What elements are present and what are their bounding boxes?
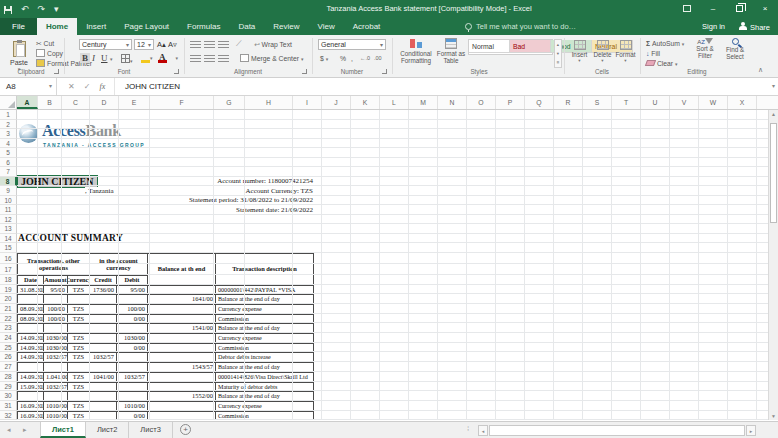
tab-split-handle[interactable]: ⁞ — [467, 424, 469, 433]
align-bottom-button[interactable] — [218, 41, 229, 50]
number-dialog-launcher[interactable] — [382, 69, 387, 74]
row-header-21[interactable]: 21 — [0, 304, 17, 314]
row-header-20[interactable]: 20 — [0, 294, 17, 304]
ribbon-display-options-icon[interactable] — [674, 0, 700, 18]
orientation-button[interactable]: ⟋ — [236, 39, 242, 49]
save-icon[interactable] — [4, 0, 12, 18]
row-header-26[interactable]: 26 — [0, 352, 17, 362]
tell-me-box[interactable]: Tell me what you want to do… — [465, 18, 576, 35]
formula-input[interactable]: JOHN CITIZEN — [116, 78, 764, 95]
number-format-combo[interactable]: General▾ — [318, 39, 386, 50]
merge-center-button[interactable]: Merge & Center ▾ — [240, 54, 303, 64]
sort-filter-button[interactable]: AZ Sort & Filter — [692, 38, 718, 59]
ribbon-tab-acrobat[interactable]: Acrobat — [344, 18, 390, 35]
autosum-button[interactable]: Σ AutoSum ▾ — [646, 39, 684, 49]
table-header-cell[interactable]: Balance at th end — [147, 253, 216, 286]
horizontal-scrollbar[interactable] — [489, 425, 745, 436]
row-header-15[interactable]: 15 — [0, 243, 17, 253]
underline-dropdown-icon[interactable]: ▾ — [110, 56, 113, 62]
column-header-G[interactable]: G — [214, 96, 245, 109]
row-header-29[interactable]: 29 — [0, 382, 17, 392]
conditional-formatting-button[interactable]: Conditional Formatting — [397, 38, 435, 64]
column-header-X[interactable]: X — [728, 96, 757, 109]
undo-icon[interactable]: ↶ — [21, 0, 29, 18]
row-header-14[interactable]: 14 — [0, 234, 17, 244]
column-header-K[interactable]: K — [351, 96, 380, 109]
italic-button[interactable]: I — [92, 53, 95, 63]
row-header-30[interactable]: 30 — [0, 391, 17, 401]
row-header-2[interactable]: 2 — [0, 120, 17, 130]
ribbon-tab-page-layout[interactable]: Page Layout — [115, 18, 178, 35]
scroll-up-icon[interactable]: ▲ — [769, 111, 778, 117]
row-header-13[interactable]: 13 — [0, 224, 17, 234]
row-header-19[interactable]: 19 — [0, 285, 17, 295]
column-header-Q[interactable]: Q — [525, 96, 554, 109]
sheet-nav-right-icon[interactable]: ▸ — [23, 422, 27, 438]
fill-color-button[interactable]: ▾ — [141, 54, 153, 63]
column-header-J[interactable]: J — [322, 96, 351, 109]
row-header-10[interactable]: 10 — [0, 196, 17, 206]
font-dialog-launcher[interactable] — [174, 69, 179, 74]
row-header-16[interactable]: 16 — [0, 253, 17, 264]
ribbon-tab-home[interactable]: Home — [37, 18, 77, 35]
cut-button[interactable]: ✂ Cut — [36, 39, 54, 49]
row-header-12[interactable]: 12 — [0, 215, 17, 225]
cell-style-normal[interactable]: Normal — [469, 40, 510, 53]
column-header-O[interactable]: O — [467, 96, 496, 109]
restore-icon[interactable] — [726, 0, 752, 18]
row-header-6[interactable]: 6 — [0, 158, 17, 168]
alignment-dialog-launcher[interactable] — [302, 69, 307, 74]
insert-cells-button[interactable]: Insert ▾ — [569, 40, 590, 63]
column-header-I[interactable]: I — [293, 96, 322, 109]
table-header-cell[interactable]: Transaction description — [215, 253, 314, 286]
comma-style-button[interactable]: , — [351, 54, 353, 64]
column-header-N[interactable]: N — [438, 96, 467, 109]
share-button[interactable]: Share — [739, 22, 770, 32]
accounting-format-button[interactable]: $ ▾ — [320, 54, 328, 64]
sheet-nav-left-icon[interactable]: ◂ — [7, 422, 11, 438]
column-header-R[interactable]: R — [554, 96, 583, 109]
row-header-22[interactable]: 22 — [0, 314, 17, 324]
sheet-tab-Лист1[interactable]: Лист1 — [40, 422, 86, 438]
column-header-V[interactable]: V — [670, 96, 699, 109]
underline-button[interactable]: U — [101, 53, 108, 63]
hscroll-right-icon[interactable]: ▸ — [746, 425, 756, 436]
vertical-scroll-thumb[interactable] — [770, 123, 777, 223]
clipboard-dialog-launcher[interactable] — [54, 69, 59, 74]
column-header-M[interactable]: M — [409, 96, 438, 109]
select-all-corner[interactable] — [0, 96, 17, 109]
ribbon-tab-insert[interactable]: Insert — [77, 18, 115, 35]
row-header-27[interactable]: 27 — [0, 362, 17, 372]
vertical-scrollbar[interactable]: ▲ ▼ — [768, 110, 778, 420]
row-header-4[interactable]: 4 — [0, 139, 17, 149]
column-header-H[interactable]: H — [245, 96, 293, 109]
align-middle-button[interactable] — [204, 41, 215, 50]
cancel-icon[interactable]: ✕ — [68, 82, 75, 91]
sheet-tab-Лист2[interactable]: Лист2 — [86, 422, 129, 438]
align-right-button[interactable] — [218, 55, 229, 64]
column-header-F[interactable]: F — [150, 96, 214, 109]
row-header-23[interactable]: 23 — [0, 323, 17, 333]
bold-button[interactable]: B — [80, 53, 90, 63]
column-header-B[interactable]: B — [38, 96, 62, 109]
column-header-W[interactable]: W — [699, 96, 728, 109]
font-size-combo[interactable]: 12▾ — [134, 39, 154, 50]
align-left-button[interactable] — [190, 55, 201, 64]
styles-gallery-scroll[interactable]: ▴▾≡ — [554, 39, 562, 68]
collapse-ribbon-icon[interactable]: ∧ — [758, 66, 763, 74]
shrink-font-button[interactable]: A▿ — [168, 40, 177, 49]
wrap-text-button[interactable]: ↩ Wrap Text — [254, 40, 292, 50]
row-header-25[interactable]: 25 — [0, 343, 17, 353]
column-header-D[interactable]: D — [90, 96, 119, 109]
row-header-32[interactable]: 32 — [0, 411, 17, 420]
minimize-icon[interactable]: – — [700, 0, 726, 18]
sheet-tab-Лист3[interactable]: Лист3 — [129, 422, 172, 438]
enter-icon[interactable]: ✓ — [84, 82, 91, 91]
column-header-A[interactable]: A — [17, 96, 38, 109]
delete-cells-button[interactable]: Delete ▾ — [592, 40, 613, 63]
row-header-7[interactable]: 7 — [0, 167, 17, 177]
column-header-S[interactable]: S — [583, 96, 612, 109]
column-header-U[interactable]: U — [641, 96, 670, 109]
row-header-17[interactable]: 17 — [0, 264, 17, 275]
row-header-31[interactable]: 31 — [0, 401, 17, 411]
